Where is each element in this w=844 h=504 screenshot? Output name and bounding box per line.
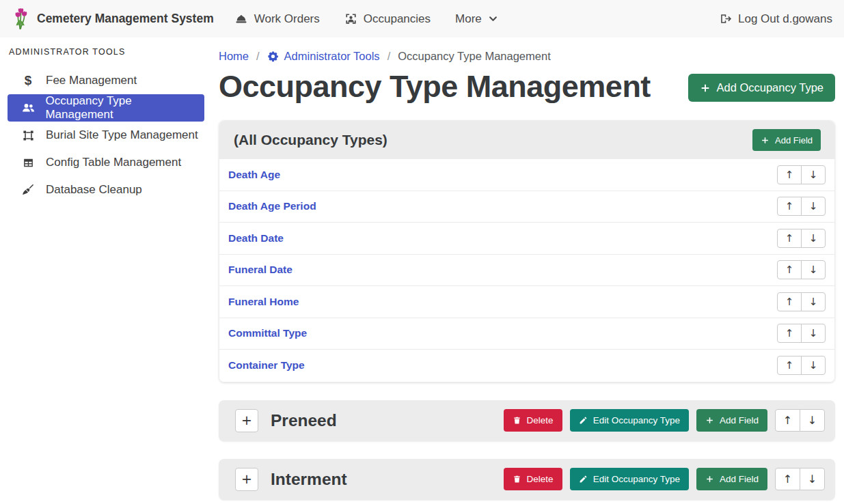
edit-occupancy-type-button[interactable]: Edit Occupancy Type	[570, 409, 689, 432]
field-link-container-type[interactable]: Container Type	[228, 359, 305, 372]
dollar-icon: $	[21, 73, 36, 88]
breadcrumb-administrator-tools[interactable]: Administrator Tools	[267, 50, 380, 63]
sidebar-item-label: Config Table Management	[46, 156, 181, 169]
table-icon	[21, 157, 36, 169]
plus-icon	[761, 136, 770, 145]
nav-work-orders[interactable]: Work Orders	[234, 12, 320, 26]
breadcrumb-home[interactable]: Home	[219, 50, 249, 63]
field-link-death-date[interactable]: Death Date	[228, 232, 284, 244]
sidebar-item-label: Fee Management	[46, 74, 137, 87]
field-row: Funeral Date ↑ ↓	[219, 255, 834, 287]
nav-occupancies[interactable]: Occupancies	[344, 12, 431, 26]
field-row: Death Age Period ↑ ↓	[219, 191, 834, 223]
move-up-button[interactable]: ↑	[775, 468, 800, 490]
gear-icon	[267, 51, 279, 62]
sidebar-item-database-cleanup[interactable]: Database Cleanup	[8, 176, 204, 204]
logout-label: Log Out d.gowans	[738, 12, 832, 26]
occupancy-type-title: Preneed	[271, 411, 337, 430]
trash-icon	[513, 416, 521, 425]
navbar-right: Log Out d.gowans	[719, 12, 832, 26]
broom-icon	[21, 184, 36, 196]
move-up-button[interactable]: ↑	[777, 229, 802, 248]
nav-work-orders-label: Work Orders	[254, 12, 320, 26]
person-frame-icon	[344, 12, 357, 25]
delete-button[interactable]: Delete	[504, 409, 562, 432]
field-row: Death Date ↑ ↓	[219, 223, 834, 255]
move-down-button[interactable]: ↓	[801, 324, 826, 343]
occupancy-type-section-preneed: + Preneed Delete Edit Occupancy Type Add…	[219, 400, 835, 441]
all-occupancy-types-card: (All Occupancy Types) Add Field Death Ag…	[219, 120, 835, 382]
add-field-button[interactable]: Add Field	[696, 468, 767, 490]
vector-square-icon	[21, 130, 36, 141]
field-link-committal-type[interactable]: Committal Type	[228, 327, 307, 339]
edit-occupancy-type-button[interactable]: Edit Occupancy Type	[570, 468, 689, 490]
nav-occupancies-label: Occupancies	[364, 12, 431, 26]
move-up-button[interactable]: ↑	[775, 409, 800, 432]
move-down-button[interactable]: ↓	[801, 356, 826, 375]
move-down-button[interactable]: ↓	[801, 165, 826, 184]
app-brand: Cemetery Management System	[12, 7, 214, 31]
delete-button[interactable]: Delete	[504, 468, 562, 490]
move-down-button[interactable]: ↓	[801, 229, 826, 248]
occupancy-type-title: Interment	[271, 470, 347, 489]
hard-hat-icon	[234, 12, 248, 26]
breadcrumb-separator: /	[256, 50, 260, 63]
nav-more-label: More	[455, 12, 482, 26]
pencil-icon	[579, 475, 588, 484]
reorder-controls: ↑ ↓	[777, 356, 826, 375]
sidebar-item-fee-management[interactable]: $ Fee Management	[8, 67, 204, 94]
sidebar-item-occupancy-type-management[interactable]: Occupancy Type Management	[8, 94, 204, 122]
sidebar-heading: ADMINISTRATOR TOOLS	[0, 47, 212, 57]
field-link-death-age-period[interactable]: Death Age Period	[228, 200, 316, 212]
move-up-button[interactable]: ↑	[777, 324, 802, 343]
move-up-button[interactable]: ↑	[777, 260, 802, 279]
plus-icon	[705, 475, 714, 484]
sidebar: ADMINISTRATOR TOOLS $ Fee Management Occ…	[0, 38, 212, 504]
reorder-controls: ↑ ↓	[777, 229, 826, 248]
sidebar-item-burial-site-type-management[interactable]: Burial Site Type Management	[8, 122, 204, 149]
add-occupancy-type-button[interactable]: Add Occupancy Type	[688, 74, 835, 102]
field-row: Container Type ↑ ↓	[219, 350, 834, 382]
navbar-links: Work Orders Occupancies More	[234, 12, 498, 26]
breadcrumb: Home / Administrator Tools / Occupancy T…	[219, 50, 835, 63]
expand-button[interactable]: +	[235, 409, 258, 432]
reorder-controls: ↑ ↓	[775, 409, 825, 432]
reorder-controls: ↑ ↓	[777, 165, 826, 184]
move-up-button[interactable]: ↑	[777, 292, 802, 311]
tulip-logo-icon	[12, 7, 30, 31]
page-title: Occupancy Type Management	[219, 69, 651, 104]
nav-more[interactable]: More	[455, 12, 498, 26]
field-row: Death Age ↑ ↓	[219, 159, 834, 191]
occupancy-type-actions: Delete Edit Occupancy Type Add Field ↑ ↓	[504, 409, 825, 432]
move-down-button[interactable]: ↓	[801, 292, 826, 311]
sidebar-item-label: Database Cleanup	[46, 183, 142, 197]
title-row: Occupancy Type Management Add Occupancy …	[219, 69, 835, 104]
sidebar-item-config-table-management[interactable]: Config Table Management	[8, 149, 204, 176]
move-down-button[interactable]: ↓	[800, 409, 825, 432]
reorder-controls: ↑ ↓	[777, 260, 826, 279]
chevron-down-icon	[488, 14, 498, 24]
reorder-controls: ↑ ↓	[777, 324, 826, 343]
field-link-funeral-date[interactable]: Funeral Date	[228, 264, 292, 276]
field-link-death-age[interactable]: Death Age	[228, 169, 280, 181]
reorder-controls: ↑ ↓	[777, 197, 826, 216]
breadcrumb-separator: /	[387, 50, 391, 63]
pencil-icon	[579, 416, 588, 425]
move-down-button[interactable]: ↓	[801, 197, 826, 216]
move-up-button[interactable]: ↑	[777, 165, 802, 184]
move-down-button[interactable]: ↓	[800, 468, 825, 490]
trash-icon	[513, 475, 521, 484]
move-up-button[interactable]: ↑	[777, 197, 802, 216]
all-occupancy-types-title: (All Occupancy Types)	[234, 132, 387, 148]
main-content: Home / Administrator Tools / Occupancy T…	[212, 38, 844, 504]
logout-link[interactable]: Log Out d.gowans	[719, 12, 832, 26]
field-link-funeral-home[interactable]: Funeral Home	[228, 296, 299, 308]
add-field-button[interactable]: Add Field	[696, 409, 767, 432]
move-up-button[interactable]: ↑	[777, 356, 802, 375]
field-row: Committal Type ↑ ↓	[219, 318, 834, 350]
occupancy-type-section-interment: + Interment Delete Edit Occupancy Type A…	[219, 459, 835, 500]
users-icon	[21, 101, 35, 115]
move-down-button[interactable]: ↓	[801, 260, 826, 279]
expand-button[interactable]: +	[235, 468, 258, 491]
add-field-button[interactable]: Add Field	[752, 129, 821, 151]
